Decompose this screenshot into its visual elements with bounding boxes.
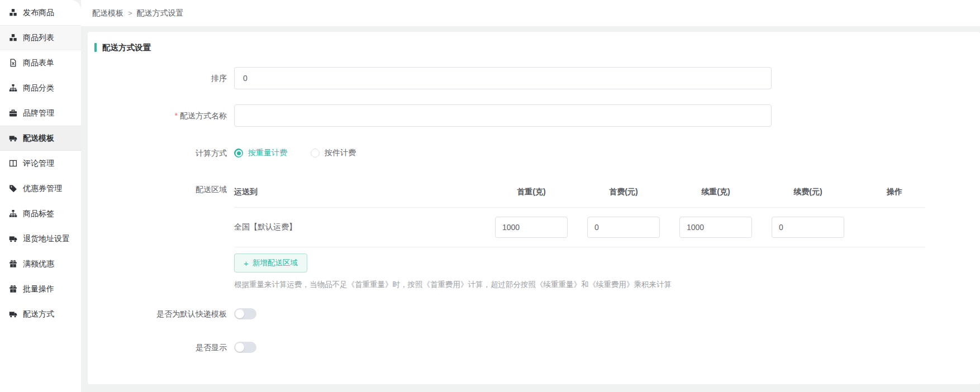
sidebar-item-label: 商品分类 [23, 83, 54, 93]
header-first-weight: 首重(克) [495, 187, 568, 197]
add-delivery-area-label: 新增配送区域 [253, 258, 298, 268]
weight-calc-help-text: 根据重量来计算运费，当物品不足《首重重量》时，按照《首重费用》计算，超过部分按照… [234, 280, 925, 290]
sidebar-item-3[interactable]: 商品表单 [0, 50, 81, 75]
sidebar-item-label: 满额优惠 [23, 259, 54, 269]
cubes-icon [9, 34, 17, 42]
calc-method-label: 计算方式 [94, 142, 234, 164]
sidebar-item-13[interactable]: 配送方式 [0, 302, 81, 327]
sort-label: 排序 [94, 67, 234, 89]
radio-by-weight[interactable]: 按重量计费 [234, 148, 287, 158]
page: 发布商品 商品列表 商品表单 商品分类 品牌管理 配送模板 评论管理 [0, 0, 980, 392]
header-operation: 操作 [864, 187, 925, 197]
section-title: 配送方式设置 [94, 42, 967, 53]
name-label: *配送方式名称 [94, 104, 234, 127]
default-template-toggle[interactable] [234, 308, 256, 319]
section-title-accent-bar [94, 43, 97, 52]
required-mark: * [175, 111, 178, 120]
sidebar-item-label: 发布商品 [23, 8, 54, 18]
plus-icon: + [244, 259, 249, 267]
delivery-area-row: 配送区域 运送到 首重(克) 首费(元) 续重(克) 续费(元) 操作 全国【默… [94, 179, 967, 290]
main-area: 配送模板 > 配送方式设置 配送方式设置 排序 *配送方式名称 [81, 0, 980, 384]
header-first-fee: 首费(元) [587, 187, 660, 197]
sidebar-item-10[interactable]: 退货地址设置 [0, 226, 81, 251]
sidebar-item-12[interactable]: 批量操作 [0, 276, 81, 302]
header-additional-fee: 续费(元) [772, 187, 844, 197]
header-destination: 运送到 [234, 187, 495, 197]
sidebar-item-4[interactable]: 商品分类 [0, 75, 81, 101]
tag-icon [9, 184, 17, 193]
destination-cell: 全国【默认运费】 [234, 222, 495, 232]
name-row: *配送方式名称 [94, 104, 967, 127]
sidebar-item-label: 商品列表 [23, 33, 54, 43]
first-fee-input[interactable] [587, 217, 660, 238]
delivery-area-label: 配送区域 [94, 179, 234, 195]
sidebar-item-5[interactable]: 品牌管理 [0, 101, 81, 126]
breadcrumb: 配送模板 > 配送方式设置 [81, 0, 980, 26]
calc-method-row: 计算方式 按重量计费 按件计费 [94, 142, 967, 164]
briefcase-icon [9, 109, 17, 117]
sidebar-item-6[interactable]: 配送模板 [0, 126, 81, 151]
additional-fee-input[interactable] [772, 217, 844, 238]
page-title: 配送方式设置 [102, 42, 151, 53]
sidebar-item-9[interactable]: 商品标签 [0, 201, 81, 226]
sidebar-item-label: 批量操作 [23, 284, 54, 294]
delivery-area-table: 运送到 首重(克) 首费(元) 续重(克) 续费(元) 操作 全国【默认运费】 [234, 179, 925, 290]
breadcrumb-parent[interactable]: 配送模板 [92, 8, 123, 18]
visible-label: 是否显示 [94, 342, 234, 353]
gift-icon [9, 285, 17, 293]
sidebar-item-label: 配送方式 [23, 309, 54, 319]
sidebar-item-label: 品牌管理 [23, 108, 54, 118]
breadcrumb-separator: > [128, 9, 132, 17]
truck-icon [9, 310, 17, 318]
sidebar-item-label: 退货地址设置 [23, 234, 70, 244]
table-header-row: 运送到 首重(克) 首费(元) 续重(克) 续费(元) 操作 [234, 179, 925, 208]
calc-method-options: 按重量计费 按件计费 [234, 142, 379, 164]
default-template-label: 是否为默认快递模板 [94, 308, 234, 319]
settings-card: 配送方式设置 排序 *配送方式名称 计算方式 按重量计 [88, 32, 980, 384]
radio-by-piece[interactable]: 按件计费 [311, 148, 356, 158]
sidebar-item-label: 商品表单 [23, 58, 54, 68]
header-additional-weight: 续重(克) [679, 187, 752, 197]
gift-icon [9, 260, 17, 268]
toggle-knob [235, 343, 244, 352]
radio-by-piece-label: 按件计费 [325, 148, 356, 158]
sort-row: 排序 [94, 67, 967, 89]
sidebar-item-8[interactable]: 优惠券管理 [0, 176, 81, 201]
sidebar-item-label: 配送模板 [23, 133, 54, 144]
sidebar-item-label: 商品标签 [23, 209, 54, 219]
sidebar-item-7[interactable]: 评论管理 [0, 151, 81, 176]
sidebar-item-label: 评论管理 [23, 159, 54, 169]
visible-row: 是否显示 [94, 342, 967, 353]
sidebar: 发布商品 商品列表 商品表单 商品分类 品牌管理 配送模板 评论管理 [0, 0, 81, 392]
additional-weight-input[interactable] [679, 217, 752, 238]
breadcrumb-current: 配送方式设置 [137, 8, 184, 18]
first-weight-input[interactable] [495, 217, 568, 238]
sort-input[interactable] [234, 67, 772, 89]
delivery-name-input[interactable] [234, 104, 772, 127]
sitemap-icon [9, 209, 17, 218]
truck-icon [9, 235, 17, 243]
sidebar-item-label: 优惠券管理 [23, 184, 62, 194]
cubes-icon [9, 8, 17, 17]
file-excel-icon [9, 59, 17, 67]
default-template-row: 是否为默认快递模板 [94, 308, 967, 319]
radio-selected-icon [234, 149, 243, 157]
add-delivery-area-button[interactable]: + 新增配送区域 [234, 254, 307, 273]
truck-icon [9, 134, 17, 142]
visible-toggle[interactable] [234, 342, 256, 353]
sidebar-item-2[interactable]: 商品列表 [0, 25, 81, 50]
sidebar-item-1[interactable]: 发布商品 [0, 0, 81, 25]
columns-icon [9, 159, 17, 168]
radio-unselected-icon [311, 149, 320, 157]
table-row: 全国【默认运费】 [234, 208, 925, 247]
toggle-knob [235, 309, 244, 318]
sidebar-item-11[interactable]: 满额优惠 [0, 251, 81, 276]
sitemap-icon [9, 84, 17, 92]
radio-by-weight-label: 按重量计费 [248, 148, 287, 158]
